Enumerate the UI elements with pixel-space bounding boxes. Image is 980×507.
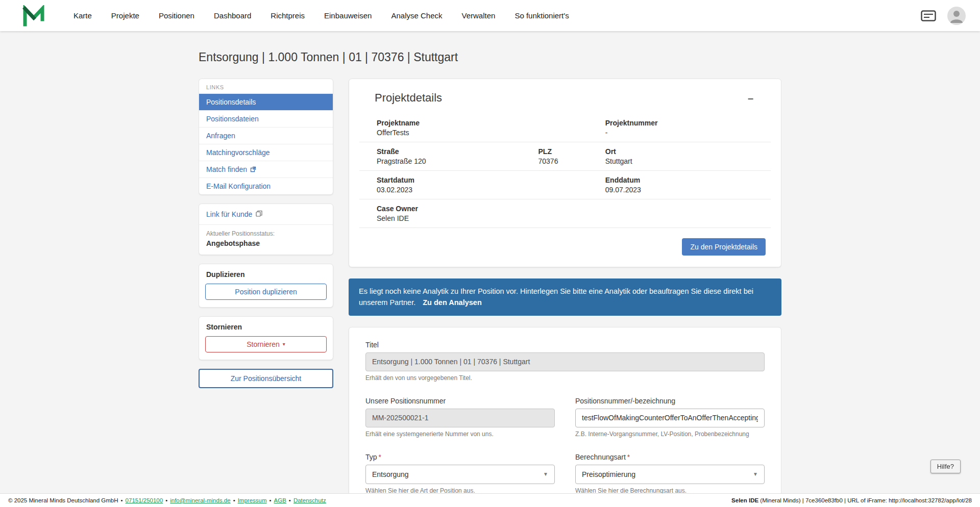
nav-item-richtpreis[interactable]: Richtpreis	[262, 6, 313, 25]
project-details-card: Projektdetails – Projektname OfferTests …	[349, 79, 781, 267]
sidebar-item-label: Positionsdateien	[206, 115, 259, 123]
collapse-icon[interactable]: –	[746, 93, 755, 103]
separator: •	[289, 497, 291, 503]
nav-item-karte[interactable]: Karte	[65, 6, 100, 25]
chevron-down-icon: ▼	[753, 472, 758, 477]
title-helper: Erhält den von uns vorgegebenen Titel.	[365, 374, 765, 382]
status-value: Angebotsphase	[206, 239, 326, 247]
field-value: 03.02.2023	[377, 186, 605, 194]
nav-items: Karte Projekte Positionen Dashboard Rich…	[65, 6, 577, 25]
duplicate-button-label: Position duplizieren	[235, 288, 297, 296]
sidebar-item-positionsdetails[interactable]: Positionsdetails	[199, 93, 333, 110]
nav-item-dashboard[interactable]: Dashboard	[206, 6, 259, 25]
chevron-down-icon: ▾	[283, 342, 285, 347]
duplicate-position-button[interactable]: Position duplizieren	[205, 284, 327, 300]
impressum-link[interactable]: Impressum	[238, 497, 267, 503]
sidebar-item-label: E-Mail Konfiguration	[206, 182, 271, 190]
cancel-title: Stornieren	[206, 323, 326, 331]
duplicate-card: Duplizieren Position duplizieren	[199, 264, 333, 308]
type-select[interactable]: Entsorgung ▼	[365, 465, 555, 484]
project-row: Projektname OfferTests Projektnummer -	[359, 114, 771, 142]
type-field-group: Typ* Entsorgung ▼ Wählen Sie hier die Ar…	[365, 453, 555, 494]
links-header: LINKS	[199, 79, 333, 93]
customer-card: Link für Kunde Aktueller Positionsstatus…	[199, 204, 333, 255]
nav-item-so-funktionierts[interactable]: So funktioniert's	[506, 6, 577, 25]
session-user: Selen IDE	[731, 497, 758, 503]
agb-link[interactable]: AGB	[274, 497, 286, 503]
field-value: Selen IDE	[377, 214, 771, 222]
sidebar-item-matchingvorschlaege[interactable]: Matchingvorschläge	[199, 144, 333, 161]
help-button[interactable]: Hilfe?	[930, 460, 961, 473]
sidebar-item-email-konfiguration[interactable]: E-Mail Konfiguration	[199, 178, 333, 194]
position-form-card: Titel Erhält den von uns vorgegebenen Ti…	[349, 327, 781, 507]
field-value: 09.07.2023	[605, 186, 771, 194]
project-details-title: Projektdetails	[375, 91, 442, 105]
field-label: Straße	[377, 147, 538, 156]
title-field-label: Titel	[365, 341, 765, 349]
project-row: Startdatum 03.02.2023 Enddatum 09.07.202…	[359, 171, 771, 199]
external-link-icon	[250, 166, 256, 172]
field-label: Ort	[605, 147, 771, 156]
field-label: Case Owner	[377, 205, 771, 213]
calc-label: Berechnungsart*	[575, 453, 765, 461]
email-link[interactable]: info@mineral-minds.de	[170, 497, 230, 503]
analytics-info-banner: Es liegt noch keine Analytik zu Ihrer Po…	[349, 278, 781, 316]
top-navbar: Karte Projekte Positionen Dashboard Rich…	[0, 0, 980, 31]
go-to-project-details-button[interactable]: Zu den Projektdetails	[682, 238, 766, 256]
position-number-input[interactable]	[575, 409, 765, 427]
go-to-analyses-link[interactable]: Zu den Analysen	[423, 298, 481, 307]
field-value: Pragstraße 120	[377, 157, 538, 165]
duplicate-title: Duplizieren	[206, 270, 326, 278]
nav-right	[921, 7, 966, 25]
cancel-position-button[interactable]: Stornieren ▾	[205, 336, 327, 352]
server-icon[interactable]	[921, 10, 936, 21]
page-content: Entsorgung | 1.000 Tonnen | 01 | 70376 |…	[199, 31, 781, 507]
separator: •	[121, 497, 123, 503]
field-value: -	[605, 129, 771, 137]
calc-label-text: Berechnungsart	[575, 453, 626, 461]
nav-item-einbauweisen[interactable]: Einbauweisen	[316, 6, 380, 25]
nav-item-analyse-check[interactable]: Analyse Check	[383, 6, 450, 25]
cancel-button-label: Stornieren	[247, 340, 280, 348]
field-value: Stuttgart	[605, 157, 771, 165]
nav-item-verwalten[interactable]: Verwalten	[454, 6, 504, 25]
chevron-down-icon: ▼	[543, 472, 548, 477]
sidebar-item-positionsdateien[interactable]: Positionsdateien	[199, 110, 333, 127]
sidebar-item-anfragen[interactable]: Anfragen	[199, 127, 333, 144]
type-label: Typ*	[365, 453, 555, 461]
sidebar: LINKS Positionsdetails Positionsdateien …	[199, 79, 333, 388]
sidebar-item-label: Positionsdetails	[206, 98, 256, 106]
separator: •	[270, 497, 272, 503]
our-position-number-input	[365, 409, 555, 427]
field-label: PLZ	[538, 147, 605, 156]
nav-item-positionen[interactable]: Positionen	[151, 6, 203, 25]
cancel-card: Stornieren Stornieren ▾	[199, 316, 333, 360]
banner-text: Es liegt noch keine Analytik zu Ihrer Po…	[359, 287, 753, 307]
position-overview-button[interactable]: Zur Positionsübersicht	[199, 369, 333, 388]
calc-field-group: Berechnungsart* Preisoptimierung ▼ Wähle…	[575, 453, 765, 494]
type-select-value: Entsorgung	[372, 470, 409, 478]
sidebar-item-match-finden[interactable]: Match finden	[199, 161, 333, 178]
our-number-helper: Erhält eine systemgenerierte Nummer von …	[365, 430, 555, 438]
main-column: Projektdetails – Projektname OfferTests …	[349, 79, 781, 507]
calc-select-value: Preisoptimierung	[582, 470, 635, 478]
customer-link-label: Link für Kunde	[206, 210, 252, 218]
datenschutz-link[interactable]: Datenschutz	[293, 497, 326, 503]
user-avatar[interactable]	[947, 7, 966, 25]
required-asterisk: *	[627, 453, 630, 461]
field-label: Projektnummer	[605, 119, 771, 127]
nav-item-projekte[interactable]: Projekte	[103, 6, 148, 25]
project-row: Case Owner Selen IDE	[359, 199, 771, 228]
sidebar-item-label: Anfragen	[206, 132, 235, 140]
sidebar-item-label: Match finden	[206, 165, 247, 173]
copyright-text: © 2025 Mineral Minds Deutschland GmbH	[8, 497, 118, 503]
calculation-type-select[interactable]: Preisoptimierung ▼	[575, 465, 765, 484]
phone-link[interactable]: 07151/250100	[126, 497, 163, 503]
mineral-minds-logo-icon[interactable]	[22, 5, 45, 27]
type-label-text: Typ	[365, 453, 377, 461]
custom-number-helper: Z.B. Interne-Vorgangsnummer, LV-Position…	[575, 430, 765, 438]
title-input	[365, 352, 765, 371]
links-card: LINKS Positionsdetails Positionsdateien …	[199, 79, 333, 195]
customer-link[interactable]: Link für Kunde	[199, 204, 333, 225]
our-number-label: Unsere Positionsnummer	[365, 397, 555, 405]
